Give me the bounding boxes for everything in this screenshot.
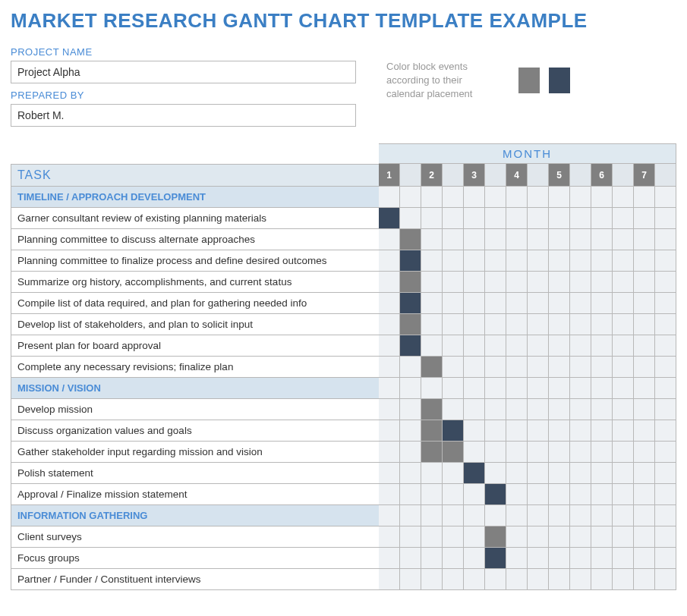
grid-cell (655, 526, 676, 548)
grid-cell (549, 229, 570, 250)
month-number-cell: 6 (591, 164, 613, 187)
grid-cell (485, 229, 506, 250)
grid-cell (634, 272, 655, 293)
grid-cell (570, 420, 591, 442)
grid-cell (549, 442, 570, 463)
task-row: Gather stakeholder input regarding missi… (11, 442, 379, 463)
task-row: Planning committee to finalize process a… (11, 250, 379, 272)
grid-cell (485, 442, 506, 463)
grid-cell (655, 357, 676, 378)
grid-cell (613, 314, 634, 335)
month-number-cell: 4 (506, 164, 528, 187)
task-grid-row (379, 272, 676, 293)
grid-cell (485, 399, 506, 420)
grid-cell (506, 250, 528, 272)
grid-cell (528, 272, 549, 293)
prepared-by-input[interactable] (11, 104, 356, 127)
grid-cell (591, 548, 613, 569)
legend-area: Color block events according to their ca… (386, 60, 570, 102)
month-number-row: 1234567 (379, 164, 676, 187)
grid-cell (528, 442, 549, 463)
fields-block: PROJECT NAME PREPARED BY (11, 46, 356, 127)
grid-cell (506, 399, 528, 420)
grid-cell (506, 293, 528, 314)
grid-cell (464, 378, 485, 399)
grid-cell (549, 335, 570, 357)
grid-cell (400, 463, 421, 484)
grid-cell (506, 357, 528, 378)
grid-cell (528, 463, 549, 484)
grid-cell (613, 484, 634, 505)
grid-cell (528, 208, 549, 229)
grid-cell (528, 548, 549, 569)
grid-cell (634, 526, 655, 548)
month-number-cell: 1 (379, 164, 400, 187)
task-grid-row (379, 569, 676, 590)
grid-cell (591, 229, 613, 250)
task-row: Client surveys (11, 526, 379, 548)
grid-cell (549, 357, 570, 378)
grid-cell (443, 272, 464, 293)
grid-cell (570, 378, 591, 399)
grid-cell (570, 293, 591, 314)
grid-cell (591, 484, 613, 505)
grid-cell (613, 208, 634, 229)
month-number-cell (613, 164, 634, 187)
grid-cell (591, 357, 613, 378)
grid-cell (570, 484, 591, 505)
grid-cell (613, 187, 634, 208)
grid-cell (506, 335, 528, 357)
grid-cell (634, 463, 655, 484)
grid-cell (634, 335, 655, 357)
grid-cell (421, 569, 443, 590)
grid-cell (485, 208, 506, 229)
grid-cell (634, 293, 655, 314)
grid-cell (591, 442, 613, 463)
grid-cell (655, 314, 676, 335)
timeline-column: MONTH 1234567 (379, 143, 676, 590)
grid-cell (443, 187, 464, 208)
grid-cell (379, 208, 400, 229)
grid-cell (613, 526, 634, 548)
grid-cell (549, 378, 570, 399)
grid-cell (443, 229, 464, 250)
task-row: Polish statement (11, 463, 379, 484)
grid-cell (528, 335, 549, 357)
month-number-cell: 3 (464, 164, 485, 187)
grid-cell (613, 335, 634, 357)
grid-cell (591, 420, 613, 442)
grid-cell (549, 505, 570, 526)
grid-cell (506, 442, 528, 463)
project-name-input[interactable] (11, 61, 356, 83)
grid-cell (655, 420, 676, 442)
grid-cell (485, 250, 506, 272)
task-grid-row (379, 548, 676, 569)
grid-cell (379, 420, 400, 442)
grid-cell (528, 293, 549, 314)
grid-cell (655, 463, 676, 484)
task-grid-row (379, 293, 676, 314)
grid-cell (400, 399, 421, 420)
month-number-cell (400, 164, 421, 187)
grid-cell (379, 250, 400, 272)
grid-cell (485, 548, 506, 569)
grid-cell (570, 229, 591, 250)
grid-cell (591, 293, 613, 314)
grid-cell (485, 378, 506, 399)
grid-cell (506, 505, 528, 526)
grid-cell (485, 272, 506, 293)
grid-cell (655, 442, 676, 463)
grid-cell (443, 484, 464, 505)
section-header: MISSION / VISION (11, 378, 379, 399)
grid-cell (421, 442, 443, 463)
section-grid-row (379, 378, 676, 399)
grid-cell (421, 293, 443, 314)
grid-cell (613, 569, 634, 590)
task-row: Present plan for board approval (11, 335, 379, 357)
grid-cell (485, 293, 506, 314)
grid-cell (421, 187, 443, 208)
grid-cell (421, 378, 443, 399)
grid-cell (379, 357, 400, 378)
grid-cell (506, 378, 528, 399)
grid-cell (634, 569, 655, 590)
